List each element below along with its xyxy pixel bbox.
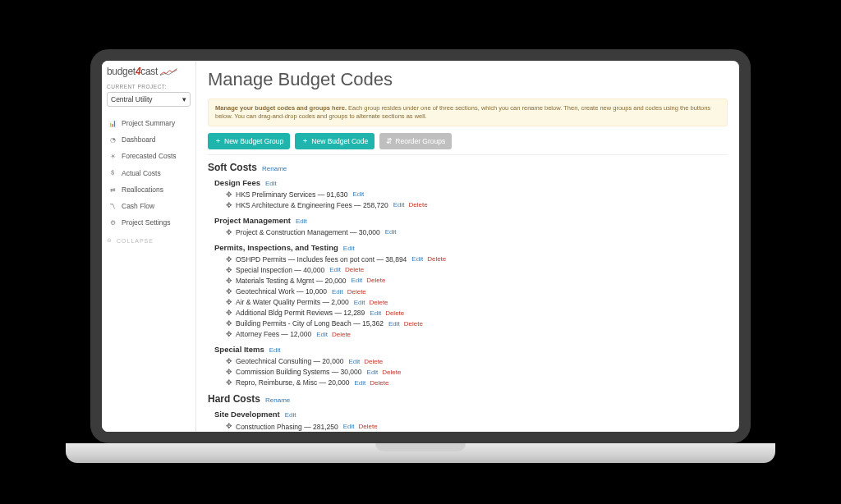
reorder-groups-button[interactable]: ⇵Reorder Groups [379,133,452,149]
nav-cash-flow[interactable]: 〽Cash Flow [107,198,191,214]
move-icon[interactable]: ✥ [226,265,232,276]
budget-code-row: ✥Geotechnical Consulting — 20,000EditDel… [226,356,728,367]
rename-link[interactable]: Rename [265,396,290,404]
code-text: Building Permits - City of Long Beach — … [236,318,384,328]
move-icon[interactable]: ✥ [226,308,232,318]
edit-link[interactable]: Edit [332,287,343,297]
budget-code-row: ✥OSHPD Permits — Includes fees on pot co… [226,254,728,265]
edit-link[interactable]: Edit [411,254,423,264]
edit-link[interactable]: Edit [348,357,360,367]
edit-link[interactable]: Edit [393,200,405,210]
budget-code-row: ✥Special Inspection — 40,000EditDelete [226,265,728,276]
nav-project-settings[interactable]: ⚙Project Settings [107,214,191,231]
move-icon[interactable]: ✥ [226,200,232,211]
budget-code-row: ✥Project & Construction Management — 30,… [226,227,728,238]
edit-link[interactable]: Edit [354,298,365,308]
code-text: Materials Testing & Mgmt — 20,000 [236,276,347,286]
budget-code-row: ✥Repro, Reimburse, & Misc — 20,000EditDe… [226,378,728,388]
edit-link[interactable]: Edit [329,265,341,275]
delete-link[interactable]: Delete [404,319,423,329]
budget-code-row: ✥Geotechnical Work — 10,000EditDelete [226,286,728,297]
edit-link[interactable]: Edit [296,218,307,225]
plus-icon: ＋ [214,136,222,146]
delete-link[interactable]: Delete [369,298,388,308]
move-icon[interactable]: ✥ [226,367,232,378]
project-select[interactable]: Central Utility ▾ [107,92,191,107]
sliders-icon: ⚙ [108,219,117,227]
move-icon[interactable]: ✥ [226,227,232,238]
code-text: Geotechnical Work — 10,000 [236,286,327,296]
chevron-down-icon: ▾ [182,95,186,103]
nav-reallocations[interactable]: ⇄Reallocations [107,181,191,198]
collapse-sidebar[interactable]: ⊖ COLLAPSE [107,237,191,244]
move-icon[interactable]: ✥ [226,421,232,432]
edit-link[interactable]: Edit [354,378,365,388]
budget-code-row: ✥Additional Bldg Permit Reviews — 12,289… [226,308,728,318]
edit-link[interactable]: Edit [385,227,397,237]
budget-code-row: ✥Materials Testing & Mgmt — 20,000EditDe… [226,276,728,286]
edit-link[interactable]: Edit [265,180,277,187]
move-icon[interactable]: ✥ [226,318,232,329]
budget-code-row: ✥HKS Preliminary Services — 91,630Edit [226,190,728,200]
delete-link[interactable]: Delete [366,276,385,286]
delete-link[interactable]: Delete [385,309,404,318]
info-banner: Manage your budget codes and groups here… [208,99,728,126]
move-icon[interactable]: ✥ [226,276,232,286]
code-text: HKS Preliminary Services — 91,630 [236,190,348,199]
edit-link[interactable]: Edit [352,276,363,286]
line-chart-icon: 〽 [108,203,117,210]
bar-chart-icon: 📊 [108,120,117,127]
nav-forecasted-costs[interactable]: ☀Forecasted Costs [107,148,191,164]
delete-link[interactable]: Delete [382,368,401,378]
section-title: Soft CostsRename [208,162,728,173]
delete-link[interactable]: Delete [427,254,446,264]
edit-link[interactable]: Edit [343,422,355,432]
move-icon[interactable]: ✥ [226,297,232,308]
delete-link[interactable]: Delete [345,265,364,275]
section-title: Hard CostsRename [208,393,728,405]
code-text: Additional Bldg Permit Reviews — 12,289 [236,308,365,318]
code-text: Repro, Reimburse, & Misc — 20,000 [236,378,349,387]
page-title: Manage Budget Codes [208,69,728,90]
nav-project-summary[interactable]: 📊Project Summary [107,115,191,131]
code-text: Air & Water Quality Permits — 2,000 [236,297,349,307]
code-text: Geotechnical Consulting — 20,000 [236,356,343,366]
main-content: Manage Budget Codes Manage your budget c… [196,61,739,432]
reorder-icon: ⇵ [386,137,393,145]
move-icon[interactable]: ✥ [226,329,232,340]
action-button-row: ＋New Budget Group ＋New Budget Code ⇵Reor… [208,133,728,149]
new-budget-code-button[interactable]: ＋New Budget Code [295,133,375,149]
move-icon[interactable]: ✥ [226,356,232,367]
edit-link[interactable]: Edit [388,319,400,329]
move-icon[interactable]: ✥ [226,190,232,200]
code-text: OSHPD Permits — Includes fees on pot con… [236,254,407,264]
edit-link[interactable]: Edit [316,330,328,340]
move-icon[interactable]: ✥ [226,378,232,388]
edit-link[interactable]: Edit [353,190,365,199]
rename-link[interactable]: Rename [262,165,287,172]
delete-link[interactable]: Delete [347,287,366,297]
edit-link[interactable]: Edit [285,411,296,419]
edit-link[interactable]: Edit [269,346,281,354]
code-text: Special Inspection — 40,000 [236,265,324,275]
delete-link[interactable]: Delete [359,422,378,432]
delete-link[interactable]: Delete [409,200,428,210]
delete-link[interactable]: Delete [364,357,383,367]
move-icon[interactable]: ✥ [226,286,232,297]
code-text: Project & Construction Management — 30,0… [236,227,380,237]
nav-dashboard[interactable]: ◔Dashboard [107,131,191,148]
delete-link[interactable]: Delete [370,378,388,388]
nav-actual-costs[interactable]: ＄Actual Costs [107,164,191,181]
edit-link[interactable]: Edit [367,368,379,378]
current-project-label: CURRENT PROJECT: [107,84,191,89]
edit-link[interactable]: Edit [343,245,355,252]
edit-link[interactable]: Edit [370,309,381,318]
new-budget-group-button[interactable]: ＋New Budget Group [208,133,290,149]
budget-group: Project ManagementEdit✥Project & Constru… [214,216,728,238]
gauge-icon: ◔ [108,136,117,144]
budget-group: Site DevelopmentEdit✥Construction Phasin… [214,410,728,432]
delete-link[interactable]: Delete [332,330,351,340]
move-icon[interactable]: ✥ [226,254,232,265]
plus-icon: ＋ [301,136,309,146]
sidebar: budget4cast CURRENT PROJECT: Central Uti… [102,61,196,432]
